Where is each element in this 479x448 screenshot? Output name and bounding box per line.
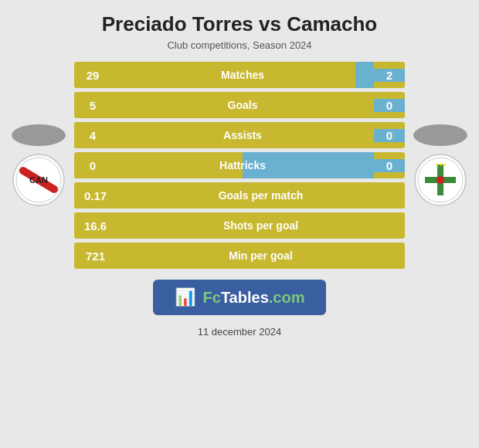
goals-per-match-val: 0.17: [74, 189, 117, 202]
fctables-tables: Tables: [221, 289, 269, 306]
assists-bar: Assists: [111, 122, 374, 148]
page-title: Preciado Torres vs Camacho: [102, 12, 377, 36]
right-oval-decoration: [413, 124, 467, 146]
left-team-logo: CAN: [8, 124, 70, 206]
stat-row-goals-per-match: 0.17 Goals per match: [74, 182, 405, 209]
main-area: CAN 29 Matches 2 5 Goals 0: [8, 62, 471, 269]
matches-left-val: 29: [74, 69, 111, 82]
fctables-ext: .com: [269, 289, 305, 306]
matches-label: Matches: [221, 69, 264, 81]
goals-label: Goals: [228, 99, 258, 111]
hattricks-bar: Hattricks: [111, 152, 374, 178]
min-per-goal-label: Min per goal: [117, 249, 405, 262]
audax-svg: ★★★: [417, 157, 464, 203]
right-team-logo: ★★★: [409, 124, 471, 206]
min-per-goal-val: 721: [74, 249, 117, 263]
stats-area: 29 Matches 2 5 Goals 0 4 Assis: [70, 62, 409, 269]
hattricks-left-val: 0: [74, 159, 111, 172]
hattricks-label: Hattricks: [219, 159, 266, 171]
page-container: Preciado Torres vs Camacho Club competit…: [0, 0, 479, 448]
left-oval-decoration: [12, 124, 66, 146]
goals-left-val: 5: [74, 99, 111, 112]
stat-row-hattricks: 0 Hattricks 0: [74, 152, 405, 178]
assists-right-val: 0: [374, 129, 405, 142]
stat-row-assists: 4 Assists 0: [74, 122, 405, 148]
svg-text:CAN: CAN: [29, 175, 48, 185]
stat-row-goals: 5 Goals 0: [74, 92, 405, 118]
stat-row-matches: 29 Matches 2: [74, 62, 405, 88]
matches-bar: Matches: [111, 62, 374, 88]
svg-point-5: [437, 176, 444, 184]
stat-row-min-per-goal: 721 Min per goal: [74, 243, 405, 269]
subtitle: Club competitions, Season 2024: [167, 39, 311, 51]
goals-right-val: 0: [374, 99, 405, 112]
shots-per-goal-label: Shots per goal: [117, 219, 405, 232]
fctables-brand: Fc: [203, 289, 221, 306]
stat-row-shots-per-goal: 16.6 Shots per goal: [74, 212, 405, 239]
goals-per-match-label: Goals per match: [117, 189, 405, 202]
footer-date: 11 december 2024: [198, 326, 281, 338]
fctables-text: FcTables.com: [203, 289, 305, 307]
goals-bar: Goals: [111, 92, 374, 118]
right-club-badge: ★★★: [414, 154, 467, 206]
assists-label: Assists: [223, 129, 262, 141]
left-club-badge: CAN: [12, 154, 65, 206]
fctables-icon: 📊: [175, 287, 195, 307]
svg-text:★★★: ★★★: [435, 162, 447, 167]
matches-right-val: 2: [374, 69, 405, 82]
river-plate-svg: CAN: [15, 157, 62, 203]
fctables-banner[interactable]: 📊 FcTables.com: [153, 280, 327, 315]
hattricks-right-val: 0: [374, 159, 405, 172]
assists-left-val: 4: [74, 129, 111, 142]
shots-per-goal-val: 16.6: [74, 219, 117, 232]
